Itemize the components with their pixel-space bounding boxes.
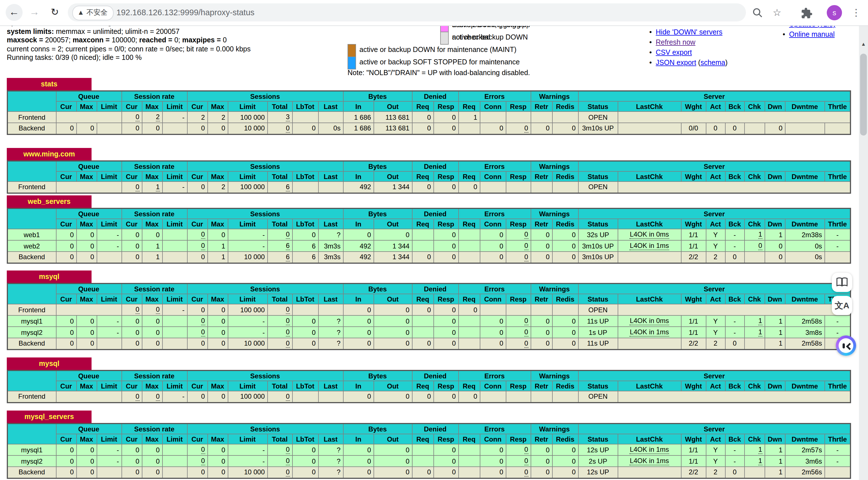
tooltip-value: L4OK in 1ms — [630, 329, 669, 337]
cell: 0 — [76, 123, 97, 134]
link-online-manual[interactable]: Online manual — [789, 31, 835, 38]
proxy-name-link[interactable]: web_servers — [28, 198, 71, 206]
column-header: In — [343, 171, 374, 181]
cell: 2 — [142, 111, 162, 123]
translate-icon: 文A — [835, 301, 849, 310]
zoom-icon[interactable] — [750, 6, 765, 20]
cell: 11s UP — [578, 315, 618, 327]
cell: 1 — [142, 251, 162, 263]
proxy-name-link[interactable]: mysql — [39, 360, 59, 368]
link-hide-down-servers[interactable]: Hide 'DOWN' servers — [656, 28, 722, 36]
cell: 0 — [480, 455, 506, 467]
column-header: Cur — [122, 171, 142, 181]
cell: 0 — [56, 338, 76, 349]
proxy-table-msyql: msyqlQueueSession rateSessionsBytesDenie… — [7, 271, 851, 350]
scrollbar-thumb[interactable] — [860, 54, 867, 136]
link-schema[interactable]: schema — [701, 59, 725, 67]
table-row-mysql1: mysql100-0000-00?000000012s UPL4OK in 1m… — [7, 444, 851, 455]
cell: - — [162, 181, 187, 193]
column-header: Resp — [433, 101, 458, 111]
column-header: Chk — [744, 219, 765, 229]
legend-label: not checked — [452, 33, 490, 41]
cell: 0 — [122, 229, 142, 240]
forward-icon[interactable]: → — [26, 4, 43, 21]
tooltip-value: L4OK in 0ms — [630, 231, 669, 239]
column-group: Server — [578, 283, 850, 294]
cell: 0 — [552, 444, 578, 455]
url-text[interactable]: 192.168.126.132:9999/haproxy-status — [116, 3, 255, 22]
cell — [785, 123, 825, 134]
cell: Y — [706, 455, 725, 467]
link-refresh-now[interactable]: Refresh now — [656, 38, 695, 46]
cell — [744, 123, 765, 134]
reading-list-button[interactable] — [832, 273, 852, 292]
tooltip-value: 6 — [286, 183, 290, 192]
cell: 0 — [122, 123, 142, 134]
extensions-icon[interactable] — [799, 6, 814, 20]
column-header: Cur — [56, 219, 76, 229]
column-header: Dwn — [765, 219, 785, 229]
cell — [97, 251, 122, 263]
assistant-button[interactable] — [836, 336, 856, 356]
cell — [458, 455, 480, 467]
cell: 0 — [725, 467, 744, 478]
cell: 0 — [56, 240, 76, 251]
cell: 0 — [343, 315, 374, 327]
menu-kebab-icon[interactable]: ⋮ — [849, 6, 864, 20]
column-group: Session rate — [122, 371, 187, 381]
link-csv-export[interactable]: CSV export — [656, 48, 692, 57]
tooltip-value: 0 — [286, 340, 290, 348]
cell: OPEN — [578, 391, 618, 402]
cell: 0 — [207, 315, 228, 327]
cell: 0 — [412, 391, 433, 402]
proxy-name-link[interactable]: mysql_servers — [24, 413, 74, 421]
cell: 0 — [292, 338, 318, 349]
tooltip-value: 0 — [524, 469, 528, 477]
proxy-name-link[interactable]: msyql — [39, 273, 59, 281]
column-group: Sessions — [187, 161, 343, 171]
security-badge[interactable]: ▲不安全 — [72, 6, 114, 20]
cell: 100 000 — [228, 181, 267, 193]
column-header: Req — [412, 171, 433, 181]
proxy-table-www.ming.com: www.ming.comQueueSession rateSessionsByt… — [7, 148, 851, 194]
column-group: Queue — [56, 283, 122, 294]
cell: 1 — [744, 229, 765, 240]
address-bar[interactable]: ▲不安全 192.168.126.132:9999/haproxy-status — [68, 3, 746, 22]
cell: 0 — [480, 327, 506, 338]
table-row-backend: Backend00000010 00000?0000000012s UP2/22… — [7, 467, 851, 478]
cell — [56, 111, 122, 123]
scroll-up-icon[interactable]: ▲ — [859, 41, 868, 47]
cell: 0 — [343, 327, 374, 338]
column-header: Dwntme — [785, 294, 825, 304]
tooltip-value: 0 — [135, 393, 139, 401]
cell: 0 — [122, 444, 142, 455]
column-header: Retr — [531, 219, 552, 229]
cell: 0 — [187, 181, 207, 193]
tooltip-value: 1 — [758, 317, 762, 325]
corner-cell — [7, 423, 56, 444]
info-line: current conns = 2; current pipes = 0/0; … — [7, 45, 251, 54]
column-header: Conn — [480, 171, 506, 181]
tooltip-value: 0 — [156, 306, 160, 314]
link-json-export[interactable]: JSON export — [656, 59, 696, 67]
cell: 0 — [374, 467, 412, 478]
tooltip-value: 0 — [286, 231, 290, 239]
back-icon[interactable]: ← — [6, 4, 23, 21]
proxy-name-link[interactable]: stats — [41, 80, 57, 88]
translate-button[interactable]: 文A — [832, 296, 852, 315]
row-label: Frontend — [7, 181, 56, 193]
bookmark-star-icon[interactable]: ☆ — [770, 6, 784, 20]
cell: 0 — [76, 444, 97, 455]
cell: - — [162, 111, 187, 123]
column-header: Status — [578, 219, 618, 229]
column-group: Bytes — [343, 423, 412, 434]
profile-avatar[interactable]: s — [827, 5, 842, 20]
cell: ? — [318, 327, 343, 338]
cell — [744, 467, 765, 478]
proxy-name-link[interactable]: www.ming.com — [24, 150, 75, 158]
cell: 0 — [267, 304, 292, 315]
cell: 0 — [433, 455, 458, 467]
reload-icon[interactable]: ↻ — [46, 4, 63, 21]
cell: 0 — [76, 229, 97, 240]
tooltip-value: L4OK in 1ms — [630, 242, 669, 250]
